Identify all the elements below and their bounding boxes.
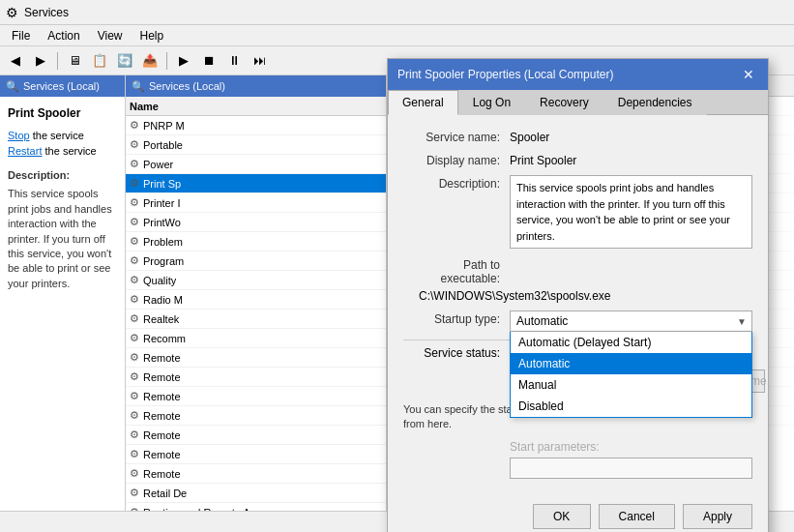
- start-params-row: Start parameters:: [403, 440, 752, 479]
- print-spooler-dialog[interactable]: Print Spooler Properties (Local Computer…: [387, 58, 769, 532]
- toolbar-separator-1: [57, 52, 58, 70]
- service-row[interactable]: ⚙Printer I: [126, 193, 386, 213]
- service-row[interactable]: ⚙PNRP M: [126, 116, 386, 135]
- service-row[interactable]: ⚙Program: [126, 251, 386, 271]
- toolbar-back-button[interactable]: ◀: [4, 50, 27, 72]
- ok-button[interactable]: OK: [533, 504, 591, 529]
- menu-help[interactable]: Help: [132, 27, 172, 44]
- toolbar-forward-button[interactable]: ▶: [29, 50, 52, 72]
- stop-link[interactable]: Stop: [8, 130, 30, 141]
- service-row[interactable]: ⚙Quality: [126, 271, 386, 290]
- service-name-label: Retail De: [143, 488, 187, 499]
- service-row[interactable]: ⚙Power: [126, 155, 386, 174]
- apply-button[interactable]: Apply: [683, 504, 752, 529]
- dropdown-option[interactable]: Automatic: [511, 353, 751, 374]
- stop-service-link[interactable]: Stop the service: [8, 130, 117, 141]
- service-icon: ⚙: [130, 274, 139, 286]
- service-name-label: Remote: [143, 429, 181, 441]
- left-panel-icon: 🔍: [6, 80, 19, 93]
- service-row[interactable]: ⚙Portable: [126, 135, 386, 155]
- service-icon: ⚙: [130, 429, 139, 441]
- service-icon: ⚙: [130, 332, 139, 344]
- service-row[interactable]: ⚙Remote: [126, 387, 386, 406]
- startup-type-row: Startup type: Automatic (Delayed Start)A…: [403, 310, 752, 332]
- service-row[interactable]: ⚙Print Sp: [126, 174, 386, 193]
- service-icon: ⚙: [130, 312, 139, 325]
- service-name-row: Service name: Spooler: [403, 129, 752, 144]
- restart-link[interactable]: Restart: [8, 145, 42, 157]
- toolbar-properties-button[interactable]: 📋: [88, 50, 111, 72]
- service-description: Description: This service spools print j…: [8, 168, 117, 291]
- service-row[interactable]: ⚙Problem: [126, 232, 386, 251]
- services-header-icon: 🔍: [132, 80, 145, 93]
- dropdown-option[interactable]: Manual: [511, 374, 751, 396]
- toolbar-export-button[interactable]: 📤: [138, 50, 162, 72]
- service-name-label: Problem: [143, 236, 183, 248]
- service-row[interactable]: ⚙Realtek: [126, 310, 386, 329]
- service-status-label: Service status:: [403, 346, 510, 360]
- service-name-label: Portable: [143, 139, 183, 151]
- dialog-title: Print Spooler Properties (Local Computer…: [397, 68, 613, 81]
- service-icon: ⚙: [130, 177, 139, 190]
- service-row[interactable]: ⚙Remote: [126, 464, 386, 484]
- service-name-label: PrintWo: [143, 217, 181, 228]
- service-name-label: Realtek: [143, 313, 179, 325]
- service-row[interactable]: ⚙Remote: [126, 348, 386, 368]
- menu-bar: File Action View Help: [0, 25, 794, 46]
- service-name-label: Program: [143, 255, 184, 267]
- tab-dependencies[interactable]: Dependencies: [603, 90, 707, 115]
- service-name-label: Remote: [143, 449, 181, 460]
- tab-general[interactable]: General: [388, 90, 458, 115]
- toolbar-stop-service-button[interactable]: ⏹: [197, 50, 221, 72]
- service-row[interactable]: ⚙Remote: [126, 426, 386, 445]
- service-name-label: Remote: [143, 410, 181, 422]
- service-icon: ⚙: [130, 138, 139, 151]
- services-panel-header: 🔍 Services (Local): [126, 75, 386, 97]
- title-bar: ⚙ Services: [0, 0, 794, 25]
- toolbar-start-service-button[interactable]: ▶: [172, 50, 195, 72]
- start-params-input[interactable]: [510, 458, 752, 479]
- toolbar-resume-service-button[interactable]: ⏭: [248, 50, 271, 72]
- service-name-label: Service name:: [403, 129, 510, 144]
- toolbar-pause-service-button[interactable]: ⏸: [222, 50, 246, 72]
- tab-recovery[interactable]: Recovery: [525, 90, 603, 115]
- service-icon: ⚙: [130, 487, 139, 499]
- service-name-label: Power: [143, 159, 173, 170]
- service-name-label: Quality: [143, 275, 176, 286]
- service-icon: ⚙: [130, 506, 139, 511]
- service-row[interactable]: ⚙Recomm: [126, 329, 386, 348]
- services-list[interactable]: ⚙PNRP M⚙Portable⚙Power⚙Print Sp⚙Printer …: [126, 116, 386, 511]
- startup-dropdown[interactable]: Automatic (Delayed Start)AutomaticManual…: [510, 332, 752, 418]
- stop-label-suffix: the service: [33, 130, 84, 141]
- menu-view[interactable]: View: [90, 27, 131, 44]
- restart-service-link[interactable]: Restart the service: [8, 145, 117, 157]
- service-name-label: Remote: [143, 371, 181, 383]
- service-row[interactable]: ⚙Radio M: [126, 290, 386, 310]
- service-row[interactable]: ⚙Remote: [126, 445, 386, 464]
- service-icon: ⚙: [130, 390, 139, 402]
- menu-action[interactable]: Action: [40, 27, 87, 44]
- service-row[interactable]: ⚙Remote: [126, 368, 386, 387]
- cancel-button[interactable]: Cancel: [599, 504, 675, 529]
- dropdown-option[interactable]: Automatic (Delayed Start): [511, 332, 751, 353]
- startup-type-select[interactable]: Automatic (Delayed Start)AutomaticManual…: [510, 310, 752, 332]
- dialog-close-button[interactable]: ✕: [739, 65, 758, 84]
- service-icon: ⚙: [130, 448, 139, 460]
- service-icon: ⚙: [130, 293, 139, 306]
- service-icon: ⚙: [130, 351, 139, 364]
- toolbar-console-button[interactable]: 🖥: [63, 50, 86, 72]
- service-row[interactable]: ⚙Retail De: [126, 484, 386, 503]
- start-params-label: Start parameters:: [510, 440, 752, 454]
- toolbar-refresh-button[interactable]: 🔄: [113, 50, 136, 72]
- service-row[interactable]: ⚙Remote: [126, 406, 386, 426]
- display-name-value: Print Spooler: [510, 152, 752, 167]
- tab-logon[interactable]: Log On: [458, 90, 525, 115]
- dropdown-option[interactable]: Disabled: [511, 396, 751, 417]
- service-row[interactable]: ⚙Routing and Remote Access: [126, 503, 386, 511]
- description-textbox: This service spools print jobs and handl…: [510, 175, 752, 249]
- left-panel-content: Print Spooler Stop the service Restart t…: [0, 97, 125, 301]
- description-label: Description:: [403, 175, 510, 191]
- service-row[interactable]: ⚙PrintWo: [126, 213, 386, 232]
- menu-file[interactable]: File: [4, 27, 38, 44]
- restart-label-suffix: the service: [45, 145, 97, 157]
